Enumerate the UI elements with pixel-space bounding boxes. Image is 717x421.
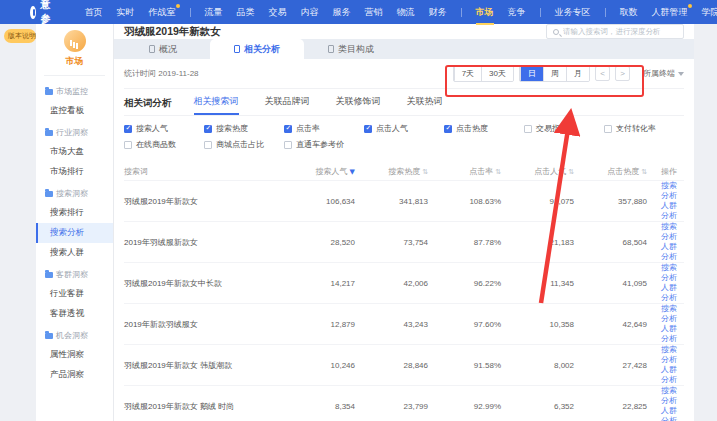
column-header[interactable]: 操作 [647,166,684,177]
granularity-button[interactable]: 月 [566,66,589,81]
analysis-subtab[interactable]: 相关搜索词 [194,95,239,115]
metric-checkbox[interactable]: 交易指数 [524,123,604,134]
nav-item[interactable]: 服务 [333,6,351,19]
nav-item[interactable]: 内容 [301,6,319,19]
table-body: 羽绒服2019年新款女 106,634 341,813 108.63% 91,0… [124,180,684,421]
nav-item[interactable]: 实时 [117,6,135,19]
metric-label: 点击热度 [456,123,488,134]
nav-item[interactable]: 市场 [476,6,494,19]
nav-item[interactable]: 业务专区 [555,6,591,19]
sidebar-item[interactable]: 搜索排行 [36,203,113,223]
sidebar-item-label: 机会洞察 [56,330,88,341]
cell-search-heat: 73,754 [355,238,428,247]
analysis-subtab[interactable]: 关联品牌词 [265,95,310,115]
metric-label: 搜索热度 [216,123,248,134]
main-tab[interactable]: 相关分析 [210,39,304,59]
metric-checkbox[interactable]: 商城点击占比 [204,139,284,150]
cell-click-rate: 91.58% [428,361,501,370]
crowd-analysis-link[interactable]: 人群分析 [661,324,684,344]
sidebar-item-label: 市场排行 [50,166,84,178]
sidebar-item[interactable]: 市场排行 [36,162,113,182]
brand-logo-icon [30,6,36,19]
sidebar-item[interactable]: 属性洞察 [36,345,113,365]
granularity-button-group: 日 周 月 [519,65,590,82]
main-tab[interactable]: 概况 [116,39,210,59]
metric-checkbox[interactable]: 直通车参考价 [284,139,364,150]
column-header[interactable]: 搜索热度 ⇅ [355,166,428,177]
column-label: 点击率 [469,166,493,177]
brand[interactable]: 生意参谋 [30,0,59,40]
keywords-table: 搜索词 搜索人气 ▼ 搜索热度 ⇅ [124,163,684,421]
metric-checkbox[interactable]: 搜索热度 [204,123,284,134]
metric-checkbox[interactable]: 搜索人气 [124,123,204,134]
cell-click-rate: 108.63% [428,197,501,206]
search-input[interactable] [563,27,677,36]
search-analysis-link[interactable]: 搜索分析 [661,386,684,406]
nav-item[interactable]: 交易 [269,6,287,19]
table-row: 羽绒服2019年新款女 韩版潮款 10,246 28,846 91.58% 8,… [124,344,684,385]
crowd-analysis-link[interactable]: 人群分析 [661,283,684,303]
market-module-icon [64,30,86,52]
sidebar-item[interactable]: 搜索人群 [36,243,113,263]
nav-item[interactable]: 取数 [620,6,638,19]
nav-item[interactable]: 品类 [237,6,255,19]
search-analysis-link[interactable]: 搜索分析 [661,304,684,324]
column-header[interactable]: 搜索词 [124,166,282,177]
column-header[interactable]: 点击率 ⇅ [428,166,501,177]
column-header[interactable]: 点击人气 ⇅ [501,166,574,177]
terminal-filter[interactable]: 所属终端 [643,68,684,79]
range-button[interactable]: 7天 [454,66,481,81]
sidebar-item: 行业洞察 [36,123,113,142]
sidebar-item[interactable]: 客群透视 [36,304,113,324]
chevron-down-icon [678,72,684,76]
next-period-button[interactable]: > [615,66,630,81]
analysis-subtab[interactable]: 关联热词 [407,95,443,115]
nav-item[interactable]: 财务 [429,6,447,19]
metric-checkbox[interactable]: 点击热度 [444,123,524,134]
crowd-analysis-link[interactable]: 人群分析 [661,406,684,421]
nav-item[interactable]: 物流 [397,6,415,19]
nav-item[interactable]: 流量 [205,6,223,19]
column-header[interactable]: 点击热度 ⇅ [574,166,647,177]
granularity-button[interactable]: 日 [520,66,543,81]
analysis-subtab[interactable]: 关联修饰词 [336,95,381,115]
crowd-analysis-link[interactable]: 人群分析 [661,365,684,385]
module-label: 市场 [36,55,113,68]
crowd-analysis-link[interactable]: 人群分析 [661,242,684,262]
nav-item[interactable]: 竞争 [508,6,526,19]
prev-period-button[interactable]: < [595,66,610,81]
main-tab[interactable]: 类目构成 [304,39,398,59]
nav-item[interactable]: 学院 [702,6,717,19]
nav-item[interactable]: 首页 [85,6,103,19]
metric-checkbox[interactable]: 支付转化率 [604,123,684,134]
search-analysis-link[interactable]: 搜索分析 [661,181,684,201]
metric-label: 商城点击占比 [216,139,264,150]
sidebar-item[interactable]: 产品洞察 [36,365,113,385]
metric-checkbox[interactable]: 在线商品数 [124,139,204,150]
search-analysis-link[interactable]: 搜索分析 [661,222,684,242]
sidebar-item[interactable]: 监控看板 [36,101,113,121]
metric-checkbox[interactable]: 点击人气 [364,123,444,134]
search-analysis-link[interactable]: 搜索分析 [661,345,684,365]
nav-item [190,8,191,17]
nav-item[interactable]: 人群管理 [652,6,688,19]
metric-label: 交易指数 [536,123,568,134]
cell-keyword: 羽绒服2019年新款女 鹅绒 时尚 [124,401,282,412]
sidebar-item[interactable]: 搜索分析 [36,223,113,243]
sidebar-divider [44,75,105,76]
nav-item[interactable]: 营销 [365,6,383,19]
metric-checkbox[interactable]: 点击率 [284,123,364,134]
column-header[interactable]: 搜索人气 ▼ [282,166,355,177]
sidebar-menu: 市场监控 监控看板 行业洞察 市场大盘 [36,80,113,385]
nav-item[interactable]: 作战室 [149,6,176,19]
sidebar-item[interactable]: 市场大盘 [36,142,113,162]
granularity-button[interactable]: 周 [543,66,566,81]
checkbox-icon [124,141,132,149]
crowd-analysis-link[interactable]: 人群分析 [661,201,684,221]
sidebar-item[interactable]: 行业客群 [36,284,113,304]
range-button[interactable]: 30天 [481,66,513,81]
column-label: 操作 [661,166,677,177]
search-analysis-link[interactable]: 搜索分析 [661,263,684,283]
checkbox-icon [204,141,212,149]
cell-click-rate: 92.99% [428,402,501,411]
